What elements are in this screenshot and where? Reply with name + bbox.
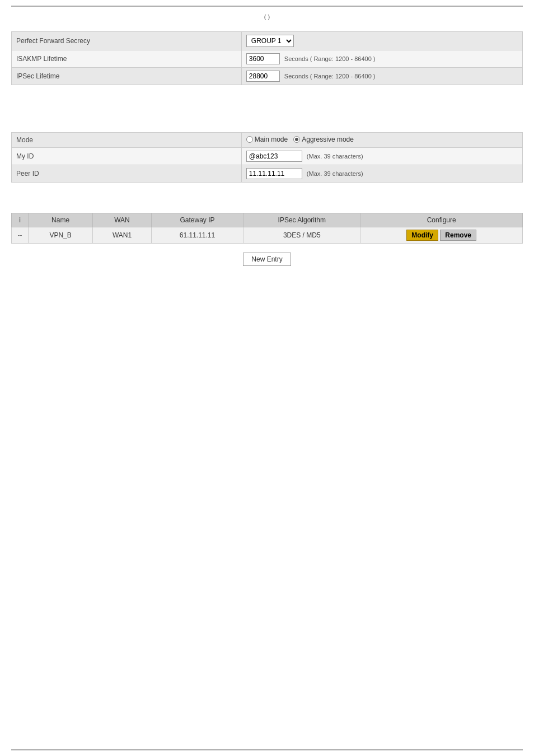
pfs-row: Perfect Forward Secrecy GROUP 1 GROUP 2 …: [12, 32, 523, 50]
peerid-value-cell: (Max. 39 characters): [241, 165, 522, 183]
ipsec-lifetime-field-value: Seconds ( Range: 1200 - 86400 ): [246, 71, 376, 82]
remove-button[interactable]: Remove: [440, 230, 476, 241]
col-header-name: Name: [29, 213, 93, 227]
spacer-2: [0, 109, 534, 125]
table-row: -- VPN_B WAN1 61.11.11.11 3DES / MD5 Mod…: [12, 227, 523, 244]
ipsec-lifetime-row: IPSec Lifetime Seconds ( Range: 1200 - 8…: [12, 68, 523, 85]
top-config-section: Perfect Forward Secrecy GROUP 1 GROUP 2 …: [11, 31, 523, 85]
isakmp-field-value: Seconds ( Range: 1200 - 86400 ): [246, 53, 376, 64]
config-table-top: Perfect Forward Secrecy GROUP 1 GROUP 2 …: [11, 31, 523, 85]
col-header-i: i: [12, 213, 29, 227]
main-mode-option[interactable]: Main mode: [246, 136, 288, 143]
vpn-table-section: i Name WAN Gateway IP IPSec Algorithm Co…: [11, 213, 523, 244]
modify-button[interactable]: Modify: [406, 230, 438, 241]
isakmp-row: ISAKMP Lifetime Seconds ( Range: 1200 - …: [12, 50, 523, 68]
vpn-row-index: --: [12, 227, 29, 244]
vpn-table-header-row: i Name WAN Gateway IP IPSec Algorithm Co…: [12, 213, 523, 227]
vpn-row-ipsec-algo: 3DES / MD5: [243, 227, 360, 244]
aggressive-mode-label: Aggressive mode: [302, 136, 354, 143]
pfs-value-cell: GROUP 1 GROUP 2 GROUP 5: [241, 32, 522, 50]
peerid-input[interactable]: [246, 168, 302, 179]
config-table-mode: Mode Main mode Aggressive mode: [11, 132, 523, 183]
mode-section: Mode Main mode Aggressive mode: [11, 132, 523, 183]
mode-label: Mode: [12, 133, 242, 148]
new-entry-wrapper: New Entry: [11, 253, 523, 266]
isakmp-value-cell: Seconds ( Range: 1200 - 86400 ): [241, 50, 522, 68]
myid-value-cell: (Max. 39 characters): [241, 148, 522, 165]
vpn-table: i Name WAN Gateway IP IPSec Algorithm Co…: [11, 213, 523, 244]
ipsec-lifetime-input[interactable]: [246, 71, 280, 82]
isakmp-input[interactable]: [246, 53, 280, 64]
vpn-row-configure: Modify Remove: [360, 227, 523, 244]
vpn-row-name: VPN_B: [29, 227, 93, 244]
ipsec-lifetime-label: IPSec Lifetime: [12, 68, 242, 85]
page-wrapper: ( ) Perfect Forward Secrecy GROUP 1 GROU…: [0, 6, 534, 756]
myid-field-value: (Max. 39 characters): [246, 151, 363, 162]
pfs-label: Perfect Forward Secrecy: [12, 32, 242, 50]
isakmp-hint: Seconds ( Range: 1200 - 86400 ): [284, 55, 376, 62]
vpn-row-wan: WAN1: [93, 227, 152, 244]
vpn-row-gateway-ip: 61.11.11.11: [151, 227, 243, 244]
main-mode-radio[interactable]: [246, 136, 253, 143]
mode-row: Mode Main mode Aggressive mode: [12, 133, 523, 148]
peerid-label: Peer ID: [12, 165, 242, 183]
spacer-3: [0, 189, 534, 206]
aggressive-mode-radio[interactable]: [293, 136, 300, 143]
new-entry-button[interactable]: New Entry: [243, 253, 291, 266]
col-header-configure: Configure: [360, 213, 523, 227]
myid-label: My ID: [12, 148, 242, 165]
subtitle-row: ( ): [0, 7, 534, 25]
subtitle-text: ( ): [264, 13, 270, 20]
myid-row: My ID (Max. 39 characters): [12, 148, 523, 165]
peerid-field-value: (Max. 39 characters): [246, 168, 363, 179]
isakmp-label: ISAKMP Lifetime: [12, 50, 242, 68]
col-header-gateway-ip: Gateway IP: [151, 213, 243, 227]
spacer-1: [0, 92, 534, 109]
main-mode-label: Main mode: [255, 136, 288, 143]
peerid-row: Peer ID (Max. 39 characters): [12, 165, 523, 183]
mode-value-cell: Main mode Aggressive mode: [241, 133, 522, 148]
myid-hint: (Max. 39 characters): [307, 153, 363, 160]
pfs-field-value: GROUP 1 GROUP 2 GROUP 5: [246, 35, 294, 47]
col-header-ipsec-algo: IPSec Algorithm: [243, 213, 360, 227]
ipsec-lifetime-hint: Seconds ( Range: 1200 - 86400 ): [284, 73, 376, 80]
col-header-wan: WAN: [93, 213, 152, 227]
peerid-hint: (Max. 39 characters): [307, 170, 363, 177]
mode-radio-group: Main mode Aggressive mode: [246, 136, 354, 143]
pfs-select[interactable]: GROUP 1 GROUP 2 GROUP 5: [246, 35, 294, 47]
ipsec-lifetime-value-cell: Seconds ( Range: 1200 - 86400 ): [241, 68, 522, 85]
bottom-border: [11, 749, 523, 750]
myid-input[interactable]: [246, 151, 302, 162]
aggressive-mode-option[interactable]: Aggressive mode: [293, 136, 354, 143]
